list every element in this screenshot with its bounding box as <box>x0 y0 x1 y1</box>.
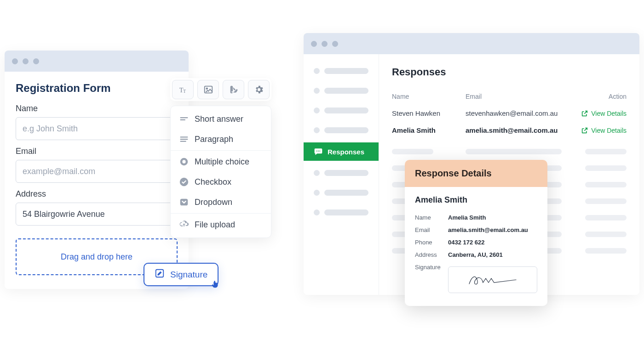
swatch-icon[interactable] <box>223 80 244 99</box>
sidebar-item-label: Responses <box>328 148 364 156</box>
sidebar-item-placeholder[interactable] <box>304 103 379 118</box>
col-name: Name <box>392 93 461 100</box>
field-type-label: Checkbox <box>195 177 231 187</box>
signature-preview <box>448 266 537 293</box>
sidebar-item-responses[interactable]: Responses <box>304 142 379 161</box>
window-titlebar <box>5 51 189 72</box>
detail-row-name: Name Amelia Smith <box>415 211 537 224</box>
cloud-upload-icon <box>179 220 189 230</box>
window-dot <box>12 58 18 64</box>
window-dot <box>311 41 317 47</box>
sidebar: Responses <box>304 54 379 295</box>
email-label: Email <box>16 147 178 156</box>
field-type-label: File upload <box>195 220 235 230</box>
row-name: Amelia Smith <box>392 126 461 134</box>
response-details-heading: Response Details <box>405 160 547 187</box>
short-answer-icon <box>179 114 189 124</box>
drop-zone-label: Drag and drop here <box>61 252 132 262</box>
svg-rect-12 <box>180 199 188 206</box>
responses-header-row: Name Email Action <box>392 88 627 105</box>
sidebar-item-placeholder[interactable] <box>304 185 379 200</box>
address-input[interactable] <box>16 203 178 226</box>
detail-label: Address <box>415 251 448 258</box>
external-link-icon <box>581 110 588 117</box>
detail-row-email: Email amelia.smith@email.com.au <box>415 224 537 236</box>
field-type-label: Paragraph <box>195 135 233 144</box>
divider <box>171 213 271 214</box>
detail-label: Signature <box>415 264 448 293</box>
svg-point-10 <box>182 160 185 163</box>
chat-icon <box>314 147 323 156</box>
detail-row-signature: Signature <box>415 261 537 296</box>
window-dot <box>33 58 39 64</box>
svg-rect-4 <box>180 117 188 118</box>
signature-icon <box>155 268 165 281</box>
row-email: stevenhawken@email.com.au <box>466 109 567 117</box>
field-type-paragraph[interactable]: Paragraph <box>171 129 271 149</box>
name-input[interactable] <box>16 117 178 140</box>
window-dot <box>322 41 328 47</box>
window-dot <box>23 58 29 64</box>
field-type-panel: TT Short answer Paragraph Multiple choic… <box>170 78 271 238</box>
row-email: amelia.smith@email.com.au <box>466 126 567 134</box>
view-details-label: View Details <box>591 110 627 117</box>
paragraph-icon <box>179 134 189 144</box>
view-details-link[interactable]: View Details <box>581 127 627 134</box>
field-type-list: Short answer Paragraph Multiple choice C… <box>170 106 271 238</box>
detail-label: Email <box>415 226 448 233</box>
radio-icon <box>179 157 189 167</box>
signature-chip[interactable]: Signature <box>144 263 218 286</box>
sidebar-item-placeholder[interactable] <box>304 83 379 98</box>
view-details-link[interactable]: View Details <box>581 110 627 117</box>
text-icon[interactable]: TT <box>172 80 194 99</box>
svg-point-16 <box>319 151 320 152</box>
window-dot <box>332 41 338 47</box>
registration-window: Registration Form Name Email Address Dra… <box>5 51 189 289</box>
detail-row-phone: Phone 0432 172 622 <box>415 236 537 249</box>
sidebar-item-placeholder[interactable] <box>304 205 379 220</box>
field-type-short-answer[interactable]: Short answer <box>171 109 271 129</box>
sidebar-item-placeholder[interactable] <box>304 123 379 138</box>
field-type-multiple-choice[interactable]: Multiple choice <box>171 152 271 172</box>
row-name: Steven Hawken <box>392 109 461 117</box>
sidebar-item-placeholder[interactable] <box>304 63 379 79</box>
window-titlebar <box>304 33 639 54</box>
dropdown-icon <box>179 197 189 207</box>
detail-row-address: Address Canberra, AU, 2601 <box>415 249 537 261</box>
responses-title: Responses <box>392 66 627 78</box>
col-action: Action <box>609 93 627 100</box>
external-link-icon <box>581 127 588 134</box>
field-type-file-upload[interactable]: File upload <box>171 215 271 235</box>
svg-rect-5 <box>180 119 185 120</box>
response-details-card: Response Details Amelia Smith Name Ameli… <box>405 160 547 306</box>
response-row: Amelia Smith amelia.smith@email.com.au V… <box>392 122 627 139</box>
field-type-label: Short answer <box>195 114 243 124</box>
svg-rect-7 <box>180 139 188 140</box>
svg-text:T: T <box>183 89 186 94</box>
field-type-checkbox[interactable]: Checkbox <box>171 172 271 192</box>
detail-value: amelia.smith@email.com.au <box>448 226 537 233</box>
svg-point-15 <box>318 151 319 152</box>
address-label: Address <box>16 189 178 199</box>
svg-point-14 <box>316 151 317 152</box>
signature-chip-label: Signature <box>170 270 207 280</box>
svg-rect-8 <box>180 141 186 142</box>
detail-value: 0432 172 622 <box>448 239 537 246</box>
sidebar-item-placeholder[interactable] <box>304 165 379 181</box>
checkbox-icon <box>179 177 189 187</box>
detail-label: Name <box>415 214 448 221</box>
col-email: Email <box>466 93 567 100</box>
name-label: Name <box>16 104 178 113</box>
detail-label: Phone <box>415 239 448 246</box>
svg-rect-6 <box>180 137 188 138</box>
field-type-dropdown[interactable]: Dropdown <box>171 192 271 212</box>
divider <box>171 150 271 151</box>
field-type-label: Multiple choice <box>195 157 249 167</box>
grab-cursor-icon <box>210 279 220 289</box>
view-details-label: View Details <box>591 127 627 134</box>
image-icon[interactable] <box>197 80 219 99</box>
detail-value: Amelia Smith <box>448 214 537 221</box>
gear-icon[interactable] <box>248 80 270 99</box>
email-input[interactable] <box>16 160 178 183</box>
detail-value: Canberra, AU, 2601 <box>448 251 537 258</box>
